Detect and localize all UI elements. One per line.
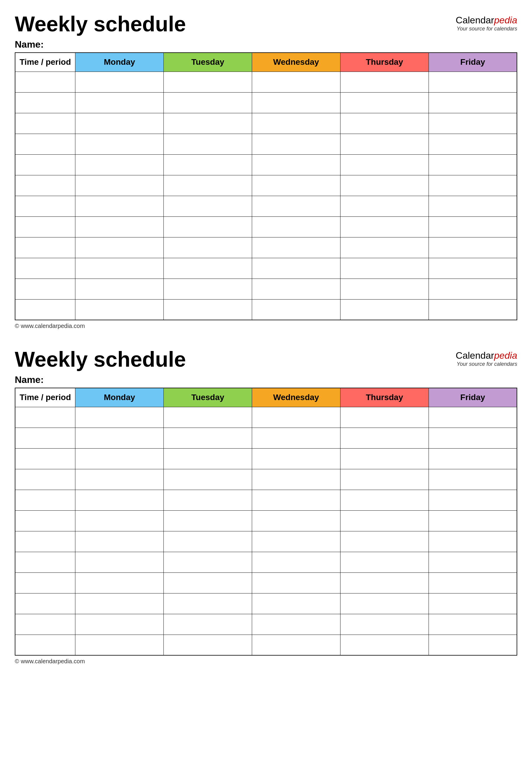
- table-cell[interactable]: [15, 448, 75, 469]
- table-cell[interactable]: [252, 154, 340, 175]
- table-cell[interactable]: [164, 407, 252, 428]
- table-cell[interactable]: [15, 490, 75, 510]
- table-cell[interactable]: [15, 217, 75, 237]
- table-cell[interactable]: [429, 299, 517, 320]
- table-cell[interactable]: [252, 175, 340, 196]
- table-cell[interactable]: [429, 428, 517, 448]
- table-cell[interactable]: [164, 531, 252, 552]
- table-cell[interactable]: [15, 154, 75, 175]
- table-cell[interactable]: [252, 237, 340, 258]
- table-cell[interactable]: [164, 134, 252, 154]
- table-cell[interactable]: [429, 279, 517, 299]
- table-cell[interactable]: [164, 448, 252, 469]
- table-cell[interactable]: [429, 572, 517, 593]
- table-cell[interactable]: [429, 72, 517, 92]
- table-cell[interactable]: [340, 490, 429, 510]
- table-cell[interactable]: [15, 428, 75, 448]
- table-cell[interactable]: [15, 531, 75, 552]
- table-cell[interactable]: [164, 92, 252, 113]
- table-cell[interactable]: [15, 593, 75, 614]
- table-cell[interactable]: [164, 237, 252, 258]
- table-cell[interactable]: [164, 593, 252, 614]
- table-cell[interactable]: [164, 572, 252, 593]
- table-cell[interactable]: [340, 635, 429, 655]
- table-cell[interactable]: [340, 113, 429, 134]
- table-cell[interactable]: [429, 448, 517, 469]
- table-cell[interactable]: [75, 113, 164, 134]
- table-cell[interactable]: [164, 258, 252, 279]
- table-cell[interactable]: [15, 510, 75, 531]
- table-cell[interactable]: [340, 510, 429, 531]
- table-cell[interactable]: [340, 175, 429, 196]
- table-cell[interactable]: [252, 614, 340, 635]
- table-cell[interactable]: [252, 635, 340, 655]
- table-cell[interactable]: [252, 72, 340, 92]
- table-cell[interactable]: [429, 92, 517, 113]
- table-cell[interactable]: [340, 614, 429, 635]
- table-cell[interactable]: [429, 531, 517, 552]
- table-cell[interactable]: [340, 593, 429, 614]
- table-cell[interactable]: [164, 614, 252, 635]
- table-cell[interactable]: [15, 299, 75, 320]
- table-cell[interactable]: [252, 531, 340, 552]
- table-cell[interactable]: [340, 237, 429, 258]
- table-cell[interactable]: [340, 279, 429, 299]
- table-cell[interactable]: [429, 217, 517, 237]
- table-cell[interactable]: [164, 552, 252, 572]
- table-cell[interactable]: [75, 407, 164, 428]
- table-cell[interactable]: [340, 531, 429, 552]
- table-cell[interactable]: [164, 428, 252, 448]
- table-cell[interactable]: [429, 237, 517, 258]
- table-cell[interactable]: [429, 490, 517, 510]
- table-cell[interactable]: [429, 469, 517, 490]
- table-cell[interactable]: [164, 217, 252, 237]
- table-cell[interactable]: [252, 217, 340, 237]
- table-cell[interactable]: [75, 134, 164, 154]
- table-cell[interactable]: [164, 490, 252, 510]
- table-cell[interactable]: [252, 113, 340, 134]
- table-cell[interactable]: [429, 614, 517, 635]
- table-cell[interactable]: [75, 279, 164, 299]
- table-cell[interactable]: [15, 572, 75, 593]
- table-cell[interactable]: [340, 72, 429, 92]
- table-cell[interactable]: [252, 572, 340, 593]
- table-cell[interactable]: [15, 175, 75, 196]
- table-cell[interactable]: [340, 154, 429, 175]
- table-cell[interactable]: [15, 635, 75, 655]
- table-cell[interactable]: [252, 258, 340, 279]
- table-cell[interactable]: [75, 92, 164, 113]
- table-cell[interactable]: [340, 448, 429, 469]
- table-cell[interactable]: [340, 299, 429, 320]
- table-cell[interactable]: [429, 113, 517, 134]
- table-cell[interactable]: [75, 428, 164, 448]
- table-cell[interactable]: [75, 531, 164, 552]
- table-cell[interactable]: [252, 469, 340, 490]
- table-cell[interactable]: [429, 134, 517, 154]
- table-cell[interactable]: [75, 175, 164, 196]
- table-cell[interactable]: [75, 217, 164, 237]
- table-cell[interactable]: [252, 490, 340, 510]
- table-cell[interactable]: [164, 196, 252, 217]
- table-cell[interactable]: [75, 299, 164, 320]
- table-cell[interactable]: [340, 469, 429, 490]
- table-cell[interactable]: [15, 258, 75, 279]
- table-cell[interactable]: [252, 407, 340, 428]
- table-cell[interactable]: [15, 469, 75, 490]
- table-cell[interactable]: [429, 552, 517, 572]
- table-cell[interactable]: [15, 72, 75, 92]
- table-cell[interactable]: [164, 299, 252, 320]
- table-cell[interactable]: [164, 175, 252, 196]
- table-cell[interactable]: [252, 593, 340, 614]
- table-cell[interactable]: [252, 448, 340, 469]
- table-cell[interactable]: [340, 258, 429, 279]
- table-cell[interactable]: [429, 635, 517, 655]
- table-cell[interactable]: [429, 154, 517, 175]
- table-cell[interactable]: [75, 154, 164, 175]
- table-cell[interactable]: [252, 196, 340, 217]
- table-cell[interactable]: [75, 552, 164, 572]
- table-cell[interactable]: [164, 469, 252, 490]
- table-cell[interactable]: [75, 72, 164, 92]
- table-cell[interactable]: [75, 510, 164, 531]
- table-cell[interactable]: [340, 428, 429, 448]
- table-cell[interactable]: [340, 407, 429, 428]
